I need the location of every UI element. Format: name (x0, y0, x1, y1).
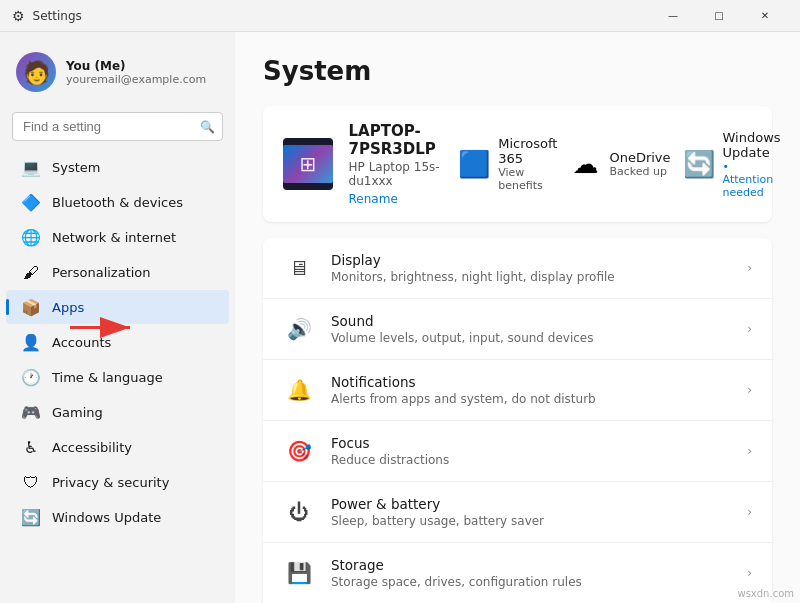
quick-link-icon-onedrive: ☁ (569, 148, 601, 180)
settings-title-focus: Focus (331, 435, 747, 451)
settings-text-display: Display Monitors, brightness, night ligh… (331, 252, 747, 284)
device-model: HP Laptop 15s-du1xxx (349, 160, 459, 188)
titlebar-title: Settings (33, 9, 82, 23)
settings-desc-notifications: Alerts from apps and system, do not dist… (331, 392, 747, 406)
settings-desc-focus: Reduce distractions (331, 453, 747, 467)
nav-icon-privacy: 🛡 (22, 473, 40, 491)
nav-label-personalization: Personalization (52, 265, 151, 280)
device-name: LAPTOP-7PSR3DLP (349, 122, 459, 158)
windows-logo: ⊞ (299, 152, 316, 176)
search-box: 🔍 (12, 112, 223, 141)
close-button[interactable]: ✕ (742, 0, 788, 32)
titlebar-controls: — □ ✕ (650, 0, 788, 32)
quick-link-text-windowsupdate: Windows Update • Attention needed (723, 130, 781, 199)
avatar: 🧑 (16, 52, 56, 92)
device-rename[interactable]: Rename (349, 192, 459, 206)
settings-title-sound: Sound (331, 313, 747, 329)
settings-item-storage[interactable]: 💾 Storage Storage space, drives, configu… (263, 543, 772, 603)
search-icon: 🔍 (200, 120, 215, 134)
quick-link-microsoft365[interactable]: 🟦 Microsoft 365 View benefits (458, 130, 557, 199)
chevron-right-icon-display: › (747, 261, 752, 275)
watermark: wsxdn.com (737, 588, 794, 599)
chevron-right-icon-sound: › (747, 322, 752, 336)
sidebar-item-bluetooth[interactable]: 🔷 Bluetooth & devices (6, 185, 229, 219)
settings-icon-sound: 🔊 (283, 313, 315, 345)
settings-text-power: Power & battery Sleep, battery usage, ba… (331, 496, 747, 528)
sidebar-item-system[interactable]: 💻 System (6, 150, 229, 184)
settings-desc-display: Monitors, brightness, night light, displ… (331, 270, 747, 284)
settings-item-focus[interactable]: 🎯 Focus Reduce distractions › (263, 421, 772, 482)
settings-icon: ⚙ (12, 8, 25, 24)
quick-link-icon-windowsupdate: 🔄 (683, 148, 715, 180)
quick-link-title-windowsupdate: Windows Update (723, 130, 781, 160)
settings-desc-sound: Volume levels, output, input, sound devi… (331, 331, 747, 345)
page-title: System (263, 56, 772, 86)
nav-icon-network: 🌐 (22, 228, 40, 246)
nav-items: 💻 System 🔷 Bluetooth & devices 🌐 Network… (0, 149, 235, 535)
chevron-right-icon-focus: › (747, 444, 752, 458)
settings-title-display: Display (331, 252, 747, 268)
chevron-right-icon-notifications: › (747, 383, 752, 397)
quick-link-title-microsoft365: Microsoft 365 (498, 136, 557, 166)
settings-list: 🖥 Display Monitors, brightness, night li… (263, 238, 772, 603)
nav-icon-system: 💻 (22, 158, 40, 176)
nav-icon-accessibility: ♿ (22, 438, 40, 456)
quick-link-text-microsoft365: Microsoft 365 View benefits (498, 136, 557, 192)
nav-label-network: Network & internet (52, 230, 176, 245)
sidebar-item-privacy[interactable]: 🛡 Privacy & security (6, 465, 229, 499)
nav-icon-time: 🕐 (22, 368, 40, 386)
nav-icon-windowsupdate: 🔄 (22, 508, 40, 526)
settings-icon-power: ⏻ (283, 496, 315, 528)
settings-item-display[interactable]: 🖥 Display Monitors, brightness, night li… (263, 238, 772, 299)
settings-desc-power: Sleep, battery usage, battery saver (331, 514, 747, 528)
chevron-right-icon-storage: › (747, 566, 752, 580)
nav-label-windowsupdate: Windows Update (52, 510, 161, 525)
minimize-button[interactable]: — (650, 0, 696, 32)
search-input[interactable] (12, 112, 223, 141)
sidebar: 🧑 You (Me) youremail@example.com 🔍 💻 Sys… (0, 32, 235, 603)
sidebar-item-time[interactable]: 🕐 Time & language (6, 360, 229, 394)
laptop-image: ⊞ (283, 138, 333, 190)
nav-icon-personalization: 🖌 (22, 263, 40, 281)
quick-link-subtitle-windowsupdate: • Attention needed (723, 160, 781, 199)
settings-text-focus: Focus Reduce distractions (331, 435, 747, 467)
user-name: You (Me) (66, 59, 206, 73)
settings-icon-notifications: 🔔 (283, 374, 315, 406)
nav-icon-apps: 📦 (22, 298, 40, 316)
device-section: ⊞ LAPTOP-7PSR3DLP HP Laptop 15s-du1xxx R… (263, 106, 772, 222)
device-details: LAPTOP-7PSR3DLP HP Laptop 15s-du1xxx Ren… (349, 122, 459, 206)
maximize-button[interactable]: □ (696, 0, 742, 32)
settings-item-notifications[interactable]: 🔔 Notifications Alerts from apps and sys… (263, 360, 772, 421)
sidebar-item-windowsupdate[interactable]: 🔄 Windows Update (6, 500, 229, 534)
app-window: 🧑 You (Me) youremail@example.com 🔍 💻 Sys… (0, 32, 800, 603)
user-email: youremail@example.com (66, 73, 206, 86)
settings-text-storage: Storage Storage space, drives, configura… (331, 557, 747, 589)
sidebar-item-accessibility[interactable]: ♿ Accessibility (6, 430, 229, 464)
settings-item-sound[interactable]: 🔊 Sound Volume levels, output, input, so… (263, 299, 772, 360)
sidebar-item-network[interactable]: 🌐 Network & internet (6, 220, 229, 254)
quick-link-text-onedrive: OneDrive Backed up (609, 150, 670, 178)
settings-desc-storage: Storage space, drives, configuration rul… (331, 575, 747, 589)
nav-label-apps: Apps (52, 300, 84, 315)
settings-item-power[interactable]: ⏻ Power & battery Sleep, battery usage, … (263, 482, 772, 543)
sidebar-item-personalization[interactable]: 🖌 Personalization (6, 255, 229, 289)
sidebar-item-accounts[interactable]: 👤 Accounts (6, 325, 229, 359)
nav-label-bluetooth: Bluetooth & devices (52, 195, 183, 210)
settings-icon-storage: 💾 (283, 557, 315, 589)
nav-icon-bluetooth: 🔷 (22, 193, 40, 211)
user-profile[interactable]: 🧑 You (Me) youremail@example.com (0, 40, 235, 104)
nav-label-accounts: Accounts (52, 335, 111, 350)
quick-link-windowsupdate[interactable]: 🔄 Windows Update • Attention needed (683, 130, 781, 199)
sidebar-item-gaming[interactable]: 🎮 Gaming (6, 395, 229, 429)
quick-link-subtitle-onedrive: Backed up (609, 165, 670, 178)
nav-label-accessibility: Accessibility (52, 440, 132, 455)
quick-link-title-onedrive: OneDrive (609, 150, 670, 165)
nav-label-system: System (52, 160, 100, 175)
settings-icon-focus: 🎯 (283, 435, 315, 467)
titlebar-left: ⚙ Settings (12, 8, 82, 24)
quick-links: 🟦 Microsoft 365 View benefits ☁ OneDrive… (458, 130, 780, 199)
sidebar-item-apps[interactable]: 📦 Apps (6, 290, 229, 324)
quick-link-onedrive[interactable]: ☁ OneDrive Backed up (569, 130, 670, 199)
nav-icon-gaming: 🎮 (22, 403, 40, 421)
settings-icon-display: 🖥 (283, 252, 315, 284)
